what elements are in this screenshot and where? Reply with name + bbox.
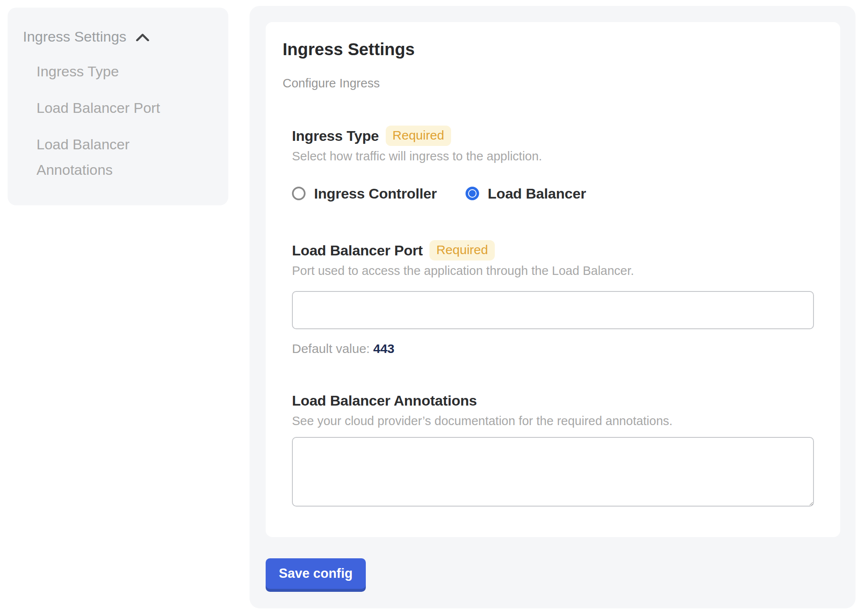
radio-option-load-balancer[interactable]: Load Balancer	[466, 185, 586, 202]
chevron-up-icon	[136, 34, 149, 41]
field-description-load-balancer-port: Port used to access the application thro…	[292, 262, 814, 279]
field-label-ingress-type: Ingress Type	[292, 128, 379, 144]
field-description-load-balancer-annotations: See your cloud provider’s documentation …	[292, 412, 814, 429]
sidebar-item-load-balancer-port[interactable]: Load Balancer Port	[36, 95, 184, 120]
radio-label-load-balancer: Load Balancer	[488, 185, 586, 202]
card-title: Ingress Settings	[283, 37, 814, 61]
radio-label-ingress-controller: Ingress Controller	[314, 185, 437, 202]
radio-unselected-icon	[292, 187, 306, 200]
main-panel: Ingress Settings Configure Ingress Ingre…	[250, 6, 856, 608]
field-description-ingress-type: Select how traffic will ingress to the a…	[292, 148, 814, 165]
field-ingress-type: Ingress Type Required Select how traffic…	[292, 126, 814, 203]
ingress-settings-card: Ingress Settings Configure Ingress Ingre…	[266, 22, 840, 537]
sidebar: Ingress Settings Ingress Type Load Balan…	[8, 8, 228, 205]
default-value-line: Default value:443	[292, 340, 814, 357]
field-label-load-balancer-annotations: Load Balancer Annotations	[292, 392, 477, 409]
save-config-button[interactable]: Save config	[266, 558, 366, 589]
default-value-label: Default value:	[292, 342, 370, 356]
field-label-row: Load Balancer Annotations	[292, 390, 814, 411]
ingress-type-options: Ingress Controller Load Balancer	[292, 184, 814, 203]
field-load-balancer-annotations: Load Balancer Annotations See your cloud…	[292, 390, 814, 507]
sidebar-section-ingress-settings[interactable]: Ingress Settings	[23, 28, 213, 45]
radio-selected-icon	[466, 187, 479, 200]
load-balancer-annotations-textarea[interactable]	[292, 437, 814, 507]
radio-option-ingress-controller[interactable]: Ingress Controller	[292, 185, 437, 202]
sidebar-item-ingress-type[interactable]: Ingress Type	[36, 59, 184, 84]
sidebar-item-list: Ingress Type Load Balancer Port Load Bal…	[23, 59, 184, 182]
card-subtitle: Configure Ingress	[283, 75, 814, 92]
page: Ingress Settings Ingress Type Load Balan…	[0, 0, 864, 616]
field-load-balancer-port: Load Balancer Port Required Port used to…	[292, 240, 814, 357]
required-badge: Required	[386, 126, 451, 146]
sidebar-section-label: Ingress Settings	[23, 28, 126, 45]
field-label-load-balancer-port: Load Balancer Port	[292, 242, 423, 259]
sidebar-item-load-balancer-annotations[interactable]: Load Balancer Annotations	[36, 132, 184, 182]
required-badge: Required	[429, 240, 495, 260]
default-value: 443	[373, 342, 394, 356]
field-label-row: Ingress Type Required	[292, 126, 814, 146]
load-balancer-port-input[interactable]	[292, 291, 814, 329]
field-label-row: Load Balancer Port Required	[292, 240, 814, 260]
